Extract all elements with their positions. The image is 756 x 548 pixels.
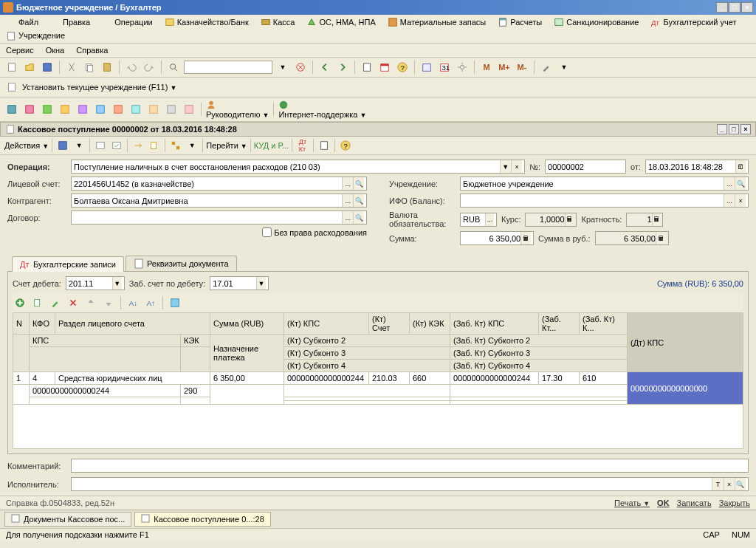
doc-struct-icon[interactable] [168,138,183,153]
panel-icon-11[interactable] [182,102,196,117]
ls-field[interactable]: ...🔍 [71,177,367,191]
doc-save-icon[interactable] [55,138,70,153]
support-dropdown[interactable]: Интернет-поддержка ▼ [278,100,366,119]
menu-accounting[interactable]: ДтБухгалтерский учет [649,16,738,28]
menu-org[interactable]: Учреждение [4,30,66,41]
col-zab-acc[interactable]: (Заб. Кт... [539,313,580,335]
doc-report-icon[interactable] [317,138,331,153]
copy-icon[interactable] [82,60,97,75]
ok-button[interactable]: OK [657,499,670,507]
operation-clear-icon[interactable]: × [511,160,522,173]
contract-open-icon[interactable]: 🔍 [353,211,364,224]
lead-dropdown[interactable]: Руководителю ▼ [206,100,269,119]
tools-icon[interactable] [539,60,554,75]
forward-icon[interactable] [335,60,350,75]
menu-help[interactable]: Справка [75,45,109,55]
date-picker-icon[interactable]: 🗓 [735,160,746,173]
currency-select-icon[interactable]: ... [485,213,494,226]
operation-dd-icon[interactable]: ▼ [500,160,511,173]
contr-input[interactable] [74,194,342,207]
contract-select-icon[interactable]: ... [342,211,353,224]
col-kt-sub3[interactable]: (Кт) Субконто 3 [284,347,450,360]
panel-icon-8[interactable] [128,102,143,117]
panel-icon-4[interactable] [58,102,72,117]
panel-icon-1[interactable] [4,102,19,117]
col-purpose[interactable]: Назначение платежа [210,335,284,372]
kudir-button[interactable]: КУД и Р... [254,141,289,150]
menu-operations[interactable]: Операции [100,16,154,28]
m-button[interactable]: M [479,60,494,75]
grid-sort-asc-icon[interactable]: A↓ [126,295,140,310]
exec-type-icon[interactable]: T [712,478,723,490]
num-field[interactable] [545,160,626,174]
contract-field[interactable]: ...🔍 [71,210,367,225]
panel-icon-7[interactable] [111,102,126,117]
menu-calc[interactable]: Расчеты [496,16,543,28]
panel-icon-6[interactable] [93,102,108,117]
date-input[interactable] [648,160,735,173]
tools-dd[interactable]: ▼ [557,60,571,75]
zab-input[interactable] [213,277,256,290]
tab-accounting[interactable]: ДтБухгалтерские записи [12,256,124,272]
col-zab-sub2[interactable]: (Заб. Кт) Субконто 2 [450,335,628,347]
close-doc-button[interactable]: Закрыть [719,499,750,507]
calendar-icon[interactable] [377,60,392,75]
undo-icon[interactable] [124,60,139,75]
m-plus-button[interactable]: M+ [497,60,512,75]
org-field[interactable]: ...🔍 [460,177,749,191]
org-select-icon[interactable]: ... [724,177,735,190]
print-button[interactable]: Печать ▼ [614,499,650,507]
help-icon[interactable]: ? [395,60,410,75]
menu-edit[interactable]: Правка [49,16,92,28]
settings-icon[interactable] [455,60,470,75]
ifo-select-icon[interactable]: ... [724,194,735,207]
ls-select-icon[interactable]: ... [342,177,353,190]
doc-move-icon[interactable] [131,138,145,153]
col-kps[interactable]: КПС [30,335,181,347]
ls-open-icon[interactable]: 🔍 [353,177,364,190]
contr-open-icon[interactable]: 🔍 [353,194,364,207]
comment-field[interactable] [71,459,749,473]
save-icon[interactable] [40,60,55,75]
col-kek[interactable]: КЭК [181,335,210,347]
dtKt-icon[interactable]: ДтКт [295,138,310,153]
grid-copy-icon[interactable] [30,295,45,310]
tab-requisites[interactable]: Реквизиты документа [126,256,237,271]
menu-service[interactable]: Сервис [4,45,35,55]
col-dt-kps[interactable]: (Дт) КПС [628,313,743,372]
menu-sanction[interactable]: Санкционирование [552,16,640,28]
num-input[interactable] [548,160,623,173]
grid-down-icon[interactable] [101,295,116,310]
sumrub-calc-icon[interactable]: 🖩 [656,232,666,244]
grid-up-icon[interactable] [83,295,98,310]
operation-field[interactable]: ▼ × [71,160,525,174]
new-icon[interactable] [4,60,19,75]
sum-calc-icon[interactable]: 🖩 [520,232,531,244]
contract-input[interactable] [74,211,342,224]
col-zab-kek[interactable]: (Заб. Кт) К... [580,313,628,335]
col-kt-kps[interactable]: (Кт) КПС [284,313,369,335]
sum-input[interactable] [463,232,520,244]
ls-input[interactable] [74,177,342,190]
calc-icon[interactable] [360,60,374,75]
panel-icon-10[interactable] [164,102,179,117]
doc-minimize-button[interactable]: _ [717,124,727,134]
doc-post-icon[interactable] [93,138,108,153]
menu-file[interactable]: Файл [4,16,40,28]
currency-field[interactable]: ... [460,213,497,227]
date-field[interactable]: 🗓 [645,160,749,174]
grid-fill-icon[interactable] [168,295,182,310]
contr-field[interactable]: ...🔍 [71,193,367,208]
menu-treasury[interactable]: Казначейство/Банк [163,16,250,28]
doc-help-icon[interactable]: ? [338,138,353,153]
clear-icon[interactable] [293,60,308,75]
col-kt-acc[interactable]: (Кт) Счет [369,313,410,335]
doc-close-button[interactable]: × [740,124,751,134]
goto-dropdown[interactable]: Перейти ▼ [206,141,247,150]
grid-row-1[interactable]: 1 4 Средства юридических лиц 6 350,00 00… [13,372,743,385]
panel-icon-5[interactable] [75,102,90,117]
search-dd[interactable]: ▼ [275,60,290,75]
exec-open-icon[interactable]: 🔍 [735,478,746,490]
doc-copy-icon[interactable] [147,138,162,153]
zab-dd-icon[interactable]: ▼ [256,277,266,290]
